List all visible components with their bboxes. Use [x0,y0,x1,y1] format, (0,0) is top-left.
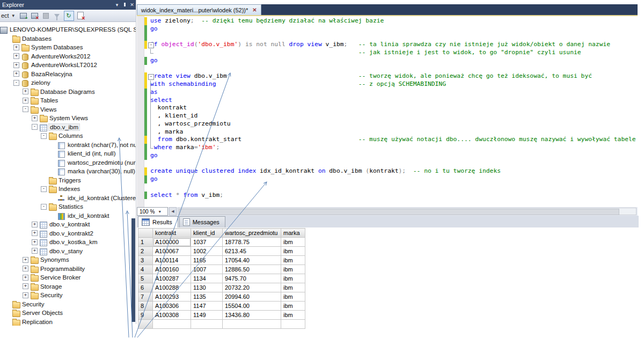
grid-cell[interactable]: 1165 [191,256,223,265]
grid-cell[interactable]: 20994.60 [223,292,281,302]
collapse-icon[interactable]: - [23,106,28,112]
collapse-icon[interactable]: - [41,186,47,192]
disconnect-icon[interactable]: ✕ [30,11,39,20]
grid-cell[interactable]: 9475.70 [223,274,281,283]
expand-icon[interactable]: + [32,248,38,254]
expand-icon[interactable]: + [32,222,38,227]
tree-item[interactable]: +Database Diagrams [0,87,136,97]
expand-icon[interactable]: + [23,266,28,271]
tree-item[interactable]: +Databases [0,34,136,43]
tab-close-icon[interactable]: ✕ [252,7,257,13]
column-header[interactable]: kontrakt [153,229,191,238]
tree-item[interactable]: -zielony [0,78,136,87]
expand-icon[interactable]: + [23,275,28,281]
collapse-region-icon[interactable]: - [148,74,154,80]
tree-item[interactable]: +dbo.v_kontrakt2 [0,229,136,238]
collapse-icon[interactable]: - [32,124,38,130]
refresh-icon[interactable]: ↻ [64,11,74,21]
tree-item[interactable]: +Replication [0,318,136,326]
grid-cell[interactable]: ibm [281,311,305,320]
grid-cell[interactable]: ibm [281,302,305,311]
expand-icon[interactable]: + [32,230,38,236]
row-number-cell[interactable]: 8 [138,302,153,311]
tree-item[interactable]: +Programmability [0,264,136,274]
expand-icon[interactable]: + [23,257,28,263]
tree-item[interactable]: +System Views [0,114,136,123]
tree-item[interactable]: +dbo.v_kostka_km [0,238,136,247]
connect-icon[interactable]: + [19,11,28,20]
hscroll-left-button[interactable]: ◀ [169,207,177,216]
grid-cell[interactable]: A100160 [153,265,191,274]
grid-cell[interactable]: 6213.45 [223,247,281,256]
grid-cell[interactable]: 1130 [191,283,223,292]
expand-icon[interactable]: + [13,71,19,77]
grid-cell[interactable]: A100293 [153,292,191,302]
tab-messages[interactable]: Messages [179,216,225,227]
collapse-region-icon[interactable]: - [148,42,154,48]
grid-cell[interactable]: ibm [281,265,305,274]
tree-item[interactable]: -dbo.v_ibm [0,123,136,132]
expand-icon[interactable]: + [23,89,28,94]
grid-cell[interactable]: 17054.40 [223,256,281,265]
column-header[interactable]: wartosc_przedmiotu [223,229,281,238]
expand-icon[interactable]: + [32,115,38,121]
grid-cell[interactable]: 1037 [191,238,223,247]
row-number-cell[interactable]: 1 [138,238,153,247]
tree-item[interactable]: +Tables [0,96,136,105]
column-header[interactable]: klient_id [191,229,223,238]
tree-item[interactable]: -Statistics [0,202,136,211]
row-number-cell[interactable]: 3 [138,256,153,265]
grid-cell[interactable]: ibm [281,292,305,302]
row-number-cell[interactable]: 2 [138,247,153,256]
tree-item[interactable]: +Synonyms [0,255,136,264]
grid-cell[interactable]: 1007 [191,265,223,274]
sql-editor[interactable]: use zielony; -- dzięki temu będziemy dzi… [137,16,638,207]
tree-item[interactable]: -Indexes [0,185,136,194]
row-number-cell[interactable]: 9 [138,311,153,320]
grid-cell[interactable]: 1147 [191,302,223,311]
tree-item[interactable]: +Storage [0,282,136,291]
grid-cell[interactable]: A100306 [153,302,191,311]
expand-icon[interactable]: + [23,98,28,104]
collapse-icon[interactable]: - [13,80,19,86]
grid-cell[interactable]: A100288 [153,283,191,292]
tree-item[interactable]: +marka (varchar(30), null) [0,167,136,176]
grid-cell[interactable]: 20732.20 [223,283,281,292]
row-number-cell[interactable]: 7 [138,292,153,302]
grid-cell[interactable]: A100308 [153,311,191,320]
tree-item[interactable]: +klient_id (int, null) [0,149,136,158]
grid-cell[interactable]: 1134 [191,274,223,283]
tree-item[interactable]: +AdventureWorksLT2012 [0,61,136,70]
expand-icon[interactable]: + [23,292,28,298]
tree-item[interactable]: -Columns [0,131,136,141]
grid-cell[interactable]: ibm [281,274,305,283]
expand-icon[interactable]: + [23,283,28,289]
grid-cell[interactable]: ibm [281,283,305,292]
results-grid[interactable]: kontraktklient_idwartosc_przedmiotumarka… [138,228,305,329]
grid-cell[interactable]: 13436.80 [223,311,281,320]
close-icon[interactable]: ✕ [128,0,136,10]
grid-cell[interactable]: 18778.75 [223,238,281,247]
tree-item[interactable]: LENOVO-KOMPUTER\SQLEXPRESS (SQL Server [0,25,136,34]
grid-cell[interactable]: 1135 [191,292,223,302]
tree-item[interactable]: -Views [0,105,136,114]
query-tab[interactable]: widok_index_materi...puter\wlodek (52))*… [137,4,261,15]
tree-item[interactable]: +Security [0,300,136,309]
tree-item[interactable]: +BazaRelacyjna [0,70,136,79]
grid-cell[interactable]: 15504.00 [223,302,281,311]
grid-cell[interactable]: A100287 [153,274,191,283]
tree-item[interactable]: +Server Objects [0,308,136,318]
tab-results[interactable]: Results [138,216,178,227]
pin-icon[interactable] [121,0,128,10]
expand-icon[interactable]: + [13,53,19,59]
grid-cell[interactable]: A100067 [153,247,191,256]
tree-scrollbar-thumb[interactable] [131,218,135,322]
tree-item[interactable]: +kontrakt (nchar(7), not nu [0,141,136,150]
column-header[interactable]: marka [281,229,305,238]
connect-button[interactable]: ect [1,12,9,19]
collapse-icon[interactable]: - [41,133,47,139]
grid-cell[interactable]: ibm [281,256,305,265]
row-number-cell[interactable]: 5 [138,274,153,283]
chevron-down-icon[interactable]: ▾ [113,0,121,10]
expand-icon[interactable]: + [32,239,38,245]
